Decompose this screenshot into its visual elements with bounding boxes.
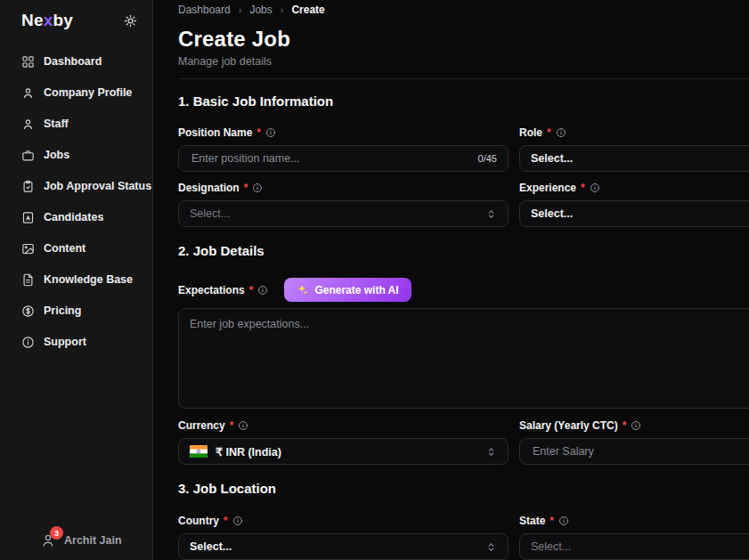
required-marker: * — [550, 515, 554, 527]
image-icon — [21, 242, 35, 256]
info-icon[interactable] — [232, 515, 243, 526]
field-label: Role — [519, 126, 542, 139]
ai-button-label: Generate with AI — [314, 284, 398, 296]
field-label: Expectations — [178, 284, 245, 296]
field-label: Currency — [178, 419, 225, 432]
location-grid: Country * Select... State * — [178, 515, 749, 560]
section-title-basic: 1. Basic Job Information — [178, 93, 749, 110]
field-salary: Salary (Yearly CTC) * — [519, 419, 749, 465]
user-avatar: 3 — [40, 532, 56, 548]
page-subtitle: Manage job details — [178, 54, 749, 69]
required-marker: * — [224, 515, 228, 527]
sparkles-icon — [297, 284, 308, 296]
select-value: Select... — [190, 207, 230, 220]
info-icon[interactable] — [631, 420, 641, 431]
info-icon[interactable] — [556, 127, 566, 138]
required-marker: * — [249, 284, 254, 296]
field-country: Country * Select... — [178, 515, 509, 560]
app-window: Nexby Dashboard Company Profile Staff Jo… — [0, 0, 749, 560]
section-title-details: 2. Job Details — [178, 243, 749, 259]
sidebar-item-label: Knowledge Base — [44, 272, 133, 288]
sidebar-item-staff[interactable]: Staff — [0, 109, 152, 140]
theme-toggle-button[interactable] — [123, 13, 138, 28]
user-icon — [21, 118, 35, 131]
sidebar-item-jobs[interactable]: Jobs — [0, 140, 152, 171]
required-marker: * — [623, 419, 627, 432]
select-value: ₹ INR (India) — [216, 445, 281, 459]
info-icon[interactable] — [252, 183, 263, 193]
page-title: Create Job — [178, 26, 749, 53]
salary-input[interactable] — [531, 444, 749, 459]
clipboard-check-icon — [21, 180, 35, 193]
position-name-input-wrap: 0/45 — [178, 145, 509, 172]
state-select[interactable]: Select... — [519, 533, 749, 560]
designation-select[interactable]: Select... — [178, 200, 509, 227]
info-icon[interactable] — [558, 515, 569, 526]
brand-logo-text: Ne — [21, 11, 44, 29]
sidebar-item-label: Pricing — [44, 304, 81, 319]
expectations-textarea[interactable] — [179, 309, 749, 408]
field-label: Country — [178, 515, 219, 527]
dashboard-grid-icon — [21, 55, 35, 69]
field-label: Designation — [178, 182, 240, 194]
sun-icon — [123, 13, 138, 28]
sidebar-item-label: Company Profile — [44, 85, 132, 101]
sidebar-item-support[interactable]: Support — [0, 327, 152, 358]
sidebar-header: Nexby — [0, 0, 152, 37]
currency-select[interactable]: ₹ INR (India) — [178, 438, 509, 465]
book-a-icon — [21, 211, 35, 224]
info-circle-icon — [21, 336, 35, 349]
india-flag-icon — [190, 445, 208, 458]
brand-logo-accent: x — [44, 11, 53, 29]
salary-grid: Currency * — [178, 419, 749, 465]
chevrons-up-down-icon — [485, 446, 497, 458]
required-marker: * — [244, 182, 248, 194]
experience-select[interactable]: Select... — [519, 200, 749, 227]
required-marker: * — [230, 419, 234, 432]
breadcrumb-create: Create — [291, 3, 324, 17]
field-label: Position Name — [178, 126, 252, 139]
breadcrumb-jobs[interactable]: Jobs — [249, 3, 272, 17]
briefcase-icon — [21, 149, 35, 162]
select-value: Select... — [190, 540, 232, 553]
field-label: Salary (Yearly CTC) — [519, 419, 618, 432]
select-value: Select... — [531, 207, 573, 220]
sidebar-item-knowledge-base[interactable]: Knowledge Base — [0, 264, 152, 296]
required-marker: * — [547, 126, 551, 139]
generate-with-ai-button[interactable]: Generate with AI — [284, 278, 411, 302]
required-marker: * — [256, 126, 261, 139]
sidebar-item-label: Support — [44, 335, 86, 350]
sidebar-item-dashboard[interactable]: Dashboard — [0, 46, 152, 77]
info-icon[interactable] — [257, 285, 268, 296]
sidebar-item-label: Content — [44, 241, 85, 256]
field-designation: Designation * Select... — [178, 182, 509, 227]
basic-info-grid: Position Name * 0/45 Role * — [178, 126, 749, 227]
sidebar-item-content[interactable]: Content — [0, 233, 152, 264]
role-select[interactable]: Select... — [519, 145, 749, 172]
field-state: State * Select... — [519, 515, 749, 560]
field-currency: Currency * — [178, 419, 509, 465]
sidebar-item-company-profile[interactable]: Company Profile — [0, 77, 152, 109]
chevrons-up-down-icon — [485, 541, 497, 553]
position-name-input[interactable] — [190, 151, 471, 166]
sidebar-item-pricing[interactable]: Pricing — [0, 296, 152, 327]
user-icon — [21, 86, 35, 100]
sidebar-nav: Dashboard Company Profile Staff Jobs Job… — [0, 46, 152, 358]
dollar-circle-icon — [21, 304, 35, 318]
breadcrumb-dashboard[interactable]: Dashboard — [178, 3, 231, 17]
country-select[interactable]: Select... — [178, 533, 509, 560]
chevron-right-icon: › — [281, 3, 284, 17]
header-divider — [178, 78, 749, 79]
sidebar-item-label: Jobs — [44, 148, 69, 163]
sidebar-user[interactable]: 3 Archit Jain — [0, 532, 152, 560]
sidebar-item-label: Staff — [44, 117, 69, 132]
sidebar-item-candidates[interactable]: Candidates — [0, 202, 152, 233]
field-label: Experience — [519, 182, 576, 194]
info-icon[interactable] — [590, 183, 600, 193]
sidebar-item-job-approval-status[interactable]: Job Approval Status — [0, 171, 152, 202]
notification-badge: 3 — [50, 526, 63, 540]
field-experience: Experience * Select... — [519, 182, 749, 227]
info-icon[interactable] — [265, 127, 276, 138]
info-icon[interactable] — [238, 420, 248, 431]
select-value: Select... — [531, 152, 573, 165]
